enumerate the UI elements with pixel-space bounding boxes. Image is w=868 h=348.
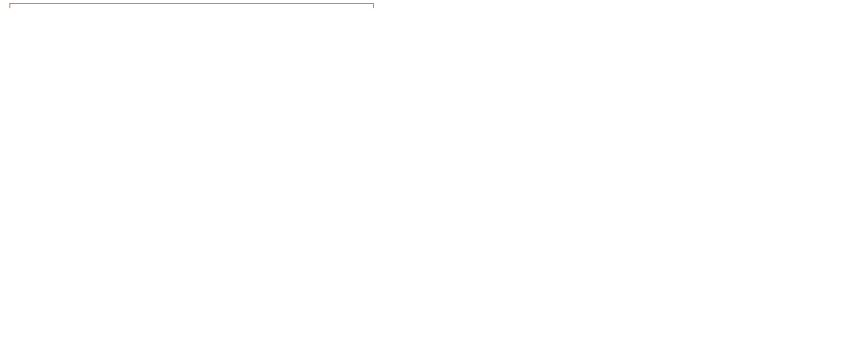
code-block-compare: /* 复制生成新数据集以进行比较 */ DATA DATA05.dscom; S…	[9, 3, 374, 8]
